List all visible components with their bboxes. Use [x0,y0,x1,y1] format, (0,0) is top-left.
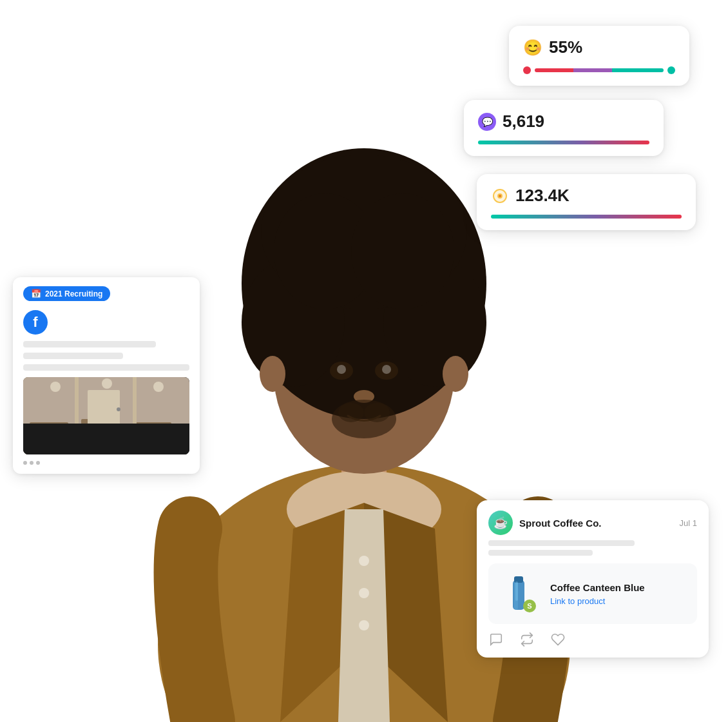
reply-icon[interactable] [488,632,504,647]
svg-rect-45 [515,581,518,601]
comments-progress-bar [478,141,649,144]
sprout-header-left: ☕ Sprout Coffee Co. [488,511,602,535]
svg-rect-32 [30,422,68,427]
fb-dot-3 [36,461,40,465]
product-link[interactable]: Link to product [550,596,645,606]
svg-rect-36 [133,377,137,429]
sentiment-card: 😊 55% [509,26,689,86]
facebook-card: 📅 2021 Recruiting f [13,277,200,474]
product-image-area: S [496,571,541,616]
svg-point-40 [102,378,112,389]
facebook-badge-label: 2021 Recruiting [45,289,102,298]
comment-icon: 💬 [478,113,496,131]
sprout-skeleton-2 [488,550,593,556]
sprout-header: ☕ Sprout Coffee Co. Jul 1 [488,511,697,535]
facebook-image [23,377,189,454]
sentiment-value: 55% [549,37,582,57]
svg-text:S: S [527,602,532,610]
skeleton-line-1 [23,341,156,347]
sprout-date: Jul 1 [680,518,697,528]
svg-rect-37 [88,390,120,429]
comments-card: 💬 5,619 [464,100,664,156]
svg-point-41 [153,382,164,392]
svg-point-39 [50,382,61,392]
product-name: Coffee Canteen Blue [550,581,645,594]
facebook-logo: f [23,310,48,335]
skeleton-line-3 [23,364,189,371]
facebook-badge: 📅 2021 Recruiting [23,286,110,301]
svg-point-29 [499,195,501,197]
dot-red [523,66,531,74]
svg-rect-31 [23,425,189,454]
like-icon[interactable] [550,632,566,647]
retweet-icon[interactable] [519,632,535,647]
views-value: 123.4K [515,186,570,206]
sentiment-emoji: 😊 [523,39,542,57]
sprout-account-name: Sprout Coffee Co. [519,518,602,529]
skeleton-line-2 [23,353,123,359]
fb-dot-2 [30,461,34,465]
views-progress-bar [491,215,682,219]
fb-dot-1 [23,461,27,465]
sprout-avatar: ☕ [488,511,513,535]
eye-icon [491,187,509,205]
sprout-card: ☕ Sprout Coffee Co. Jul 1 S Coffee Cante… [477,500,709,658]
svg-rect-44 [514,576,523,583]
views-card: 123.4K [477,174,696,230]
sentiment-progress-bar [535,68,664,72]
svg-rect-35 [75,377,79,429]
product-info: Coffee Canteen Blue Link to product [550,581,645,607]
svg-point-38 [117,407,120,411]
sprout-actions [488,632,697,647]
dot-teal [667,66,675,74]
svg-rect-34 [133,422,171,427]
sprout-skeleton-1 [488,540,635,546]
calendar-icon: 📅 [31,289,41,298]
product-card: S Coffee Canteen Blue Link to product [488,563,697,624]
comments-value: 5,619 [503,112,544,132]
facebook-dots [23,461,189,465]
facebook-image-inner [23,377,189,454]
